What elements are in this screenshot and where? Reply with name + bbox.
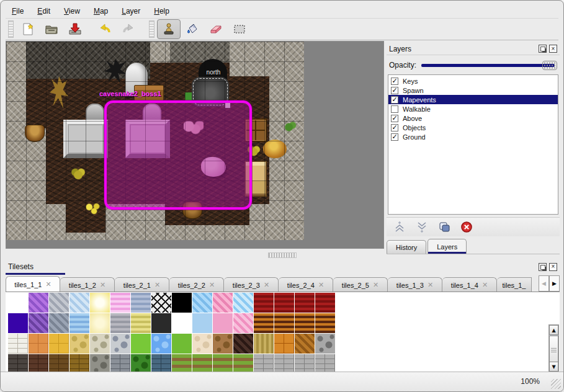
tile-r0-c13[interactable] <box>274 293 295 313</box>
opacity-slider-track[interactable] <box>421 64 555 67</box>
tile-r1-c5[interactable] <box>110 313 131 334</box>
menu-item-layer[interactable]: Layer <box>122 7 140 16</box>
tile-r3-c11[interactable] <box>233 354 254 373</box>
tile-r1-c10[interactable] <box>213 313 233 334</box>
float-tilesets-button[interactable] <box>539 263 547 271</box>
layer-checkbox[interactable]: ✓ <box>391 133 398 141</box>
tab-close-icon[interactable]: ✕ <box>318 281 324 289</box>
tile-r2-c2[interactable] <box>49 334 69 354</box>
open-button[interactable] <box>40 19 63 39</box>
tile-r1-c12[interactable] <box>254 313 274 334</box>
map-canvas[interactable]: northcavesnake2_boss1 <box>6 42 304 240</box>
tile-r0-c12[interactable] <box>254 293 274 313</box>
opacity-slider-handle[interactable] <box>542 61 557 70</box>
tileset-tab-tiles_2_1[interactable]: tiles_2_1✕ <box>115 277 169 292</box>
toolbar-grip-2[interactable] <box>149 20 154 38</box>
menu-item-file[interactable]: File <box>12 7 24 16</box>
map-object-pot[interactable] <box>263 140 287 158</box>
layer-row-spawn[interactable]: ✓Spawn <box>388 86 558 95</box>
splitter-handle[interactable] <box>268 252 297 258</box>
resize-grip[interactable] <box>551 379 561 389</box>
tile-r0-c11[interactable] <box>233 293 254 313</box>
tile-r1-c14[interactable] <box>295 313 315 334</box>
tile-r2-c10[interactable] <box>213 334 233 354</box>
tile-r3-c8[interactable] <box>172 354 192 373</box>
map-object-plant[interactable] <box>71 167 86 180</box>
layer-row-mapevents[interactable]: ✓Mapevents <box>388 95 558 104</box>
tile-r3-c4[interactable] <box>90 354 110 373</box>
redo-button[interactable] <box>117 19 140 39</box>
float-dock-button[interactable] <box>539 45 547 53</box>
layers-dock-titlebar[interactable]: Layers × <box>387 43 560 55</box>
layer-row-walkable[interactable]: Walkable <box>388 104 558 114</box>
tileset-tab-tiles_1_4[interactable]: tiles_1_4✕ <box>442 277 497 292</box>
tile-r2-c6[interactable] <box>131 334 151 354</box>
close-dock-button[interactable]: × <box>549 45 557 53</box>
layer-row-keys[interactable]: ✓Keys <box>388 76 558 86</box>
menu-item-help[interactable]: Help <box>154 7 169 16</box>
tile-r0-c8[interactable] <box>172 293 192 313</box>
tile-r0-c10[interactable] <box>213 293 233 313</box>
tile-r0-c9[interactable] <box>192 293 213 313</box>
tile-r2-c4[interactable] <box>90 334 110 354</box>
tile-r1-c15[interactable] <box>315 313 336 334</box>
tab-close-icon[interactable]: ✕ <box>373 281 378 289</box>
selection-rectangle[interactable] <box>104 100 252 210</box>
tileset-tab-tiles_2_4[interactable]: tiles_2_4✕ <box>279 277 333 292</box>
tileset-tab-tiles_1_2[interactable]: tiles_1_2✕ <box>60 277 115 292</box>
scroll-up-button[interactable]: ▲ <box>549 325 558 335</box>
tile-r2-c7[interactable] <box>151 334 172 354</box>
menu-item-map[interactable]: Map <box>94 7 108 16</box>
menu-item-edit[interactable]: Edit <box>37 7 50 16</box>
tab-close-icon[interactable]: ✕ <box>154 281 160 289</box>
scroll-thumb[interactable] <box>549 336 558 364</box>
tile-r2-c15[interactable] <box>315 334 336 354</box>
map-object-slab[interactable] <box>63 120 108 158</box>
layer-checkbox[interactable]: ✓ <box>391 87 398 94</box>
map-object-grass2[interactable] <box>283 120 298 132</box>
layer-checkbox[interactable]: ✓ <box>391 96 398 104</box>
tile-r0-c2[interactable] <box>49 293 69 313</box>
raise-layer-button[interactable] <box>393 220 406 234</box>
tile-r1-c3[interactable] <box>69 313 90 334</box>
tileset-tab-tiles_2_2[interactable]: tiles_2_2✕ <box>169 277 224 292</box>
tile-r1-c0[interactable] <box>8 313 29 334</box>
delete-layer-button[interactable] <box>460 220 473 234</box>
tileset-tab-tiles_1_[interactable]: tiles_1_ <box>497 277 532 292</box>
save-button[interactable] <box>63 19 87 39</box>
tile-r1-c13[interactable] <box>274 313 295 334</box>
menu-item-view[interactable]: View <box>64 7 80 16</box>
tile-r2-c0[interactable] <box>8 334 29 354</box>
layer-row-above[interactable]: ✓Above <box>388 114 558 123</box>
tileset-tab-tiles_1_1[interactable]: tiles_1_1✕ <box>6 276 60 292</box>
tile-r3-c14[interactable] <box>295 354 315 373</box>
layer-row-objects[interactable]: ✓Objects <box>388 123 558 132</box>
tile-r0-c1[interactable] <box>29 293 49 313</box>
opacity-slider[interactable] <box>421 60 557 70</box>
tile-r1-c6[interactable] <box>131 313 151 334</box>
tile-r0-c3[interactable] <box>69 293 90 313</box>
map-object-flowers[interactable] <box>84 202 101 215</box>
tile-r3-c12[interactable] <box>254 354 274 373</box>
tile-r2-c8[interactable] <box>172 334 192 354</box>
lower-layer-button[interactable] <box>415 220 429 234</box>
tile-r1-c2[interactable] <box>49 313 69 334</box>
tile-r3-c3[interactable] <box>69 354 90 373</box>
fill-tool-button[interactable] <box>181 19 204 39</box>
tile-r0-c4[interactable] <box>90 293 110 313</box>
tab-close-icon[interactable]: ✕ <box>100 281 105 289</box>
tab-close-icon[interactable]: ✕ <box>264 281 269 289</box>
close-tilesets-button[interactable]: × <box>549 263 557 271</box>
tile-r1-c9[interactable] <box>192 313 213 334</box>
select-tool-button[interactable] <box>228 19 251 39</box>
tile-r3-c5[interactable] <box>110 354 131 373</box>
tile-r1-c11[interactable] <box>233 313 254 334</box>
tile-r3-c13[interactable] <box>274 354 295 373</box>
tile-r0-c6[interactable] <box>131 293 151 313</box>
layer-row-ground[interactable]: ✓Ground <box>388 132 558 141</box>
tab-close-icon[interactable]: ✕ <box>427 281 433 289</box>
tile-r2-c14[interactable] <box>295 334 315 354</box>
tile-r1-c8[interactable] <box>172 313 192 334</box>
tab-close-icon[interactable]: ✕ <box>45 280 51 288</box>
layer-checkbox[interactable]: ✓ <box>391 124 398 131</box>
